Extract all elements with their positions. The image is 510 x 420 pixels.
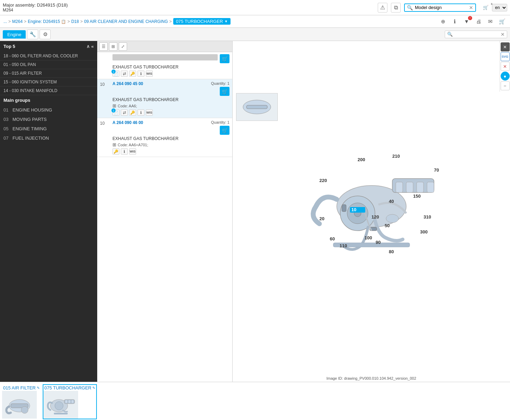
zoom-out-btn[interactable]: − xyxy=(501,81,510,90)
part-wis-icon-1[interactable]: WIS xyxy=(146,109,153,116)
breadcrumb-m264[interactable]: M264 xyxy=(12,19,23,24)
marker-close-btn[interactable]: ✕ xyxy=(501,62,510,71)
thumb-item-1[interactable]: 075 TURBOCHARGER ✎ xyxy=(43,384,97,419)
sidebar: Top 5 ∧ « 18 - 060 OIL FILTER AND OIL CO… xyxy=(0,41,97,382)
tab-gear-icon[interactable]: ⚙ xyxy=(40,30,51,39)
svg-point-11 xyxy=(386,214,399,223)
part-wis-icon-2[interactable]: WIS xyxy=(129,148,136,155)
top5-header: Top 5 ∧ « xyxy=(0,41,97,52)
part-info-icon-1[interactable]: ℹ xyxy=(137,109,144,116)
small-part-svg xyxy=(240,95,274,119)
svg-rect-41 xyxy=(72,400,74,403)
mail-icon[interactable]: ✉ xyxy=(486,17,495,26)
chevron-left-icon[interactable]: « xyxy=(91,44,94,49)
part-pos-2: 10 xyxy=(100,120,110,126)
part-info-icon-2[interactable]: ℹ xyxy=(121,148,128,155)
breadcrumb-engine[interactable]: Engine: D264915 📋 xyxy=(28,19,66,24)
cart-button[interactable]: 🛒 + xyxy=(479,3,492,13)
thumb-item-0[interactable]: 015 AIR FILTER ✎ xyxy=(1,384,41,419)
part-item-2[interactable]: 10 A 264 090 46 00 Quantity: 1 🛒 EXHAUST… xyxy=(97,118,232,157)
breadcrumb-current[interactable]: 075 TURBOCHARGER ▼ xyxy=(173,18,231,25)
main-group-01[interactable]: 01ENGINE HOUSING xyxy=(0,105,97,115)
top5-item-4[interactable]: 14 - 030 INTAKE MANIFOLD xyxy=(0,87,97,95)
parts-list: 🛒 EXHAUST GAS TURBOCHARGER 1 📄 ⇄ 🔑 ℹ WIS xyxy=(97,52,232,382)
thumb-svg-1 xyxy=(45,393,76,417)
cart-plus-icon: + xyxy=(491,2,493,6)
tab-search-input[interactable] xyxy=(454,32,499,37)
part-item-1[interactable]: 10 A 264 090 45 00 Quantity: 1 🛒 EXHAUST… xyxy=(97,79,232,118)
part-pos-1: 10 xyxy=(100,81,110,87)
part-key-icon-1[interactable]: 🔑 xyxy=(129,109,136,116)
top-bar-info: Major assembly: D264915 (D18) M264 xyxy=(3,2,378,13)
part-arrows-icon-1[interactable]: ⇄ xyxy=(121,109,128,116)
breadcrumb-09[interactable]: 09 AIR CLEANER AND ENGINE CHARGING xyxy=(84,19,168,24)
main-group-05[interactable]: 05ENGINE TIMING xyxy=(0,124,97,133)
svg-rect-7 xyxy=(427,182,434,192)
part-info-icon-0[interactable]: ℹ xyxy=(137,71,144,77)
model-code-text: M264 xyxy=(3,8,378,13)
zoom-icon[interactable]: ⊕ xyxy=(438,17,448,26)
grid-view-btn[interactable]: ⊞ xyxy=(109,42,117,51)
cart-button-0[interactable]: 🛒 xyxy=(220,54,229,63)
main-group-03[interactable]: 03MOVING PARTS xyxy=(0,115,97,124)
cart-button-1[interactable]: 🛒 xyxy=(220,87,229,96)
top5-item-0[interactable]: 18 - 060 OIL FILTER AND OIL COOLER xyxy=(0,52,97,60)
thumb-edit-icon-0[interactable]: ✎ xyxy=(37,386,40,390)
thumb-svg-0 xyxy=(4,393,35,417)
part-doc-icon-0[interactable]: 1 📄 xyxy=(112,71,119,77)
svg-point-37 xyxy=(55,402,63,410)
filter-icon[interactable]: ▼ ! xyxy=(462,17,471,26)
part-key-icon-0[interactable]: 🔑 xyxy=(129,71,136,77)
svg-text:220: 220 xyxy=(319,178,327,183)
breadcrumb-dropdown-arrow[interactable]: ▼ xyxy=(224,19,228,23)
breadcrumb-d18[interactable]: D18 xyxy=(71,19,79,24)
thumb-label-1: 075 TURBOCHARGER ✎ xyxy=(43,385,97,391)
shop-cart-icon[interactable]: 🛒 xyxy=(498,17,507,26)
info-icon[interactable]: ℹ xyxy=(450,17,459,26)
list-view-btn[interactable]: ☰ xyxy=(99,42,108,51)
part-wis-icon-0[interactable]: WIS xyxy=(146,71,153,77)
part-code-1: ⊞ Code: AA6; xyxy=(112,103,229,108)
part-key-icon-2[interactable]: 🔑 xyxy=(112,148,119,155)
top5-item-2[interactable]: 09 - 015 AIR FILTER xyxy=(0,69,97,78)
top5-item-1[interactable]: 01 - 050 OIL PAN xyxy=(0,60,97,69)
tab-search-bar[interactable]: 🔍 ✕ xyxy=(445,31,507,38)
thumb-edit-icon-1[interactable]: ✎ xyxy=(92,386,95,390)
thumbnail-strip: 015 AIR FILTER ✎ 075 TURBOCHARGER ✎ xyxy=(0,382,510,420)
svg-rect-39 xyxy=(65,400,67,403)
svg-text:80: 80 xyxy=(389,249,394,254)
highlight-btn[interactable]: ● xyxy=(501,72,510,81)
tab-wrench-icon[interactable]: 🔧 xyxy=(27,30,38,39)
image-id-text: Image ID: drawing_PV000.010.104.942_vers… xyxy=(233,375,510,382)
part-actions-2: 🔑 ℹ WIS xyxy=(112,148,229,155)
part-qty-1: Quantity: 1 xyxy=(211,81,229,85)
cart-button-2[interactable]: 🛒 xyxy=(220,126,229,135)
expand-btn[interactable]: ⤢ xyxy=(119,42,127,51)
main-layout: Top 5 ∧ « 18 - 060 OIL FILTER AND OIL CO… xyxy=(0,41,510,382)
part-name-0: EXHAUST GAS TURBOCHARGER xyxy=(112,65,229,69)
part-doc-icon-1[interactable]: 1 📄 xyxy=(112,109,119,116)
model-search-input[interactable] xyxy=(415,5,467,10)
part-actions-0: 1 📄 ⇄ 🔑 ℹ WIS xyxy=(112,71,229,77)
collapse-icon[interactable]: ∧ xyxy=(86,44,90,49)
tab-search-close-icon[interactable]: ✕ xyxy=(501,32,505,37)
search-clear-icon[interactable]: ✕ xyxy=(469,5,473,10)
print-icon[interactable]: 🖨 xyxy=(474,17,483,26)
part-item-header-row[interactable]: 🛒 EXHAUST GAS TURBOCHARGER 1 📄 ⇄ 🔑 ℹ WIS xyxy=(97,52,232,79)
svg-rect-12 xyxy=(342,205,346,212)
main-group-07[interactable]: 07FUEL INJECTION xyxy=(0,133,97,143)
breadcrumb-ellipsis[interactable]: ... xyxy=(3,19,7,24)
tab-engine[interactable]: Engine xyxy=(3,30,26,39)
warning-icon[interactable]: ⚠ xyxy=(378,3,387,13)
thumb-label-0: 015 AIR FILTER ✎ xyxy=(2,385,41,391)
svg-text-btn[interactable]: SVG xyxy=(501,52,510,61)
language-select[interactable]: en de fr xyxy=(492,4,507,11)
top5-item-3[interactable]: 15 - 060 IGNITION SYSTEM xyxy=(0,78,97,87)
panel-close-btn[interactable]: ✕ xyxy=(501,42,510,51)
part-actions-1: 1 📄 ⇄ 🔑 ℹ WIS xyxy=(112,109,229,116)
svg-text:120: 120 xyxy=(371,214,379,220)
part-arrows-icon-0[interactable]: ⇄ xyxy=(121,71,128,77)
tab-row: Engine 🔧 ⚙ 🔍 ✕ xyxy=(0,28,510,41)
model-search-bar[interactable]: 🔍 ✕ xyxy=(404,3,476,12)
copy-icon[interactable]: ⧉ xyxy=(391,3,401,13)
